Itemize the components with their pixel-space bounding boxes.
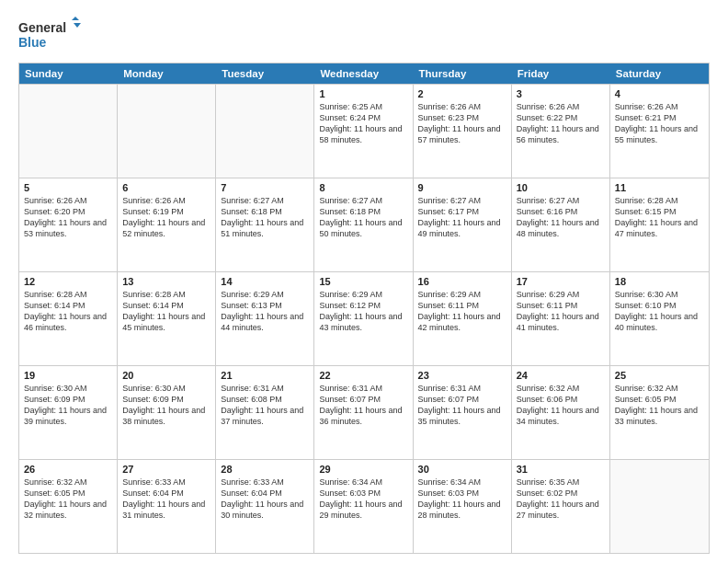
day-number: 15: [319, 276, 407, 287]
cell-info: Sunrise: 6:30 AMSunset: 6:10 PMDaylight:…: [615, 290, 698, 332]
cell-info: Sunrise: 6:27 AMSunset: 6:16 PMDaylight:…: [517, 196, 599, 238]
calendar-cell: [610, 460, 709, 553]
cell-info: Sunrise: 6:29 AMSunset: 6:11 PMDaylight:…: [418, 290, 501, 332]
day-number: 25: [615, 370, 704, 381]
header-day-wednesday: Wednesday: [314, 63, 413, 84]
cell-info: Sunrise: 6:29 AMSunset: 6:12 PMDaylight:…: [319, 290, 402, 332]
calendar-cell: 5Sunrise: 6:26 AMSunset: 6:20 PMDaylight…: [19, 178, 118, 271]
calendar-cell: 1Sunrise: 6:25 AMSunset: 6:24 PMDaylight…: [314, 85, 413, 178]
calendar-row-3: 12Sunrise: 6:28 AMSunset: 6:14 PMDayligh…: [19, 271, 709, 365]
calendar-cell: [19, 85, 118, 178]
cell-info: Sunrise: 6:34 AMSunset: 6:03 PMDaylight:…: [319, 477, 402, 520]
calendar-header: SundayMondayTuesdayWednesdayThursdayFrid…: [19, 63, 709, 84]
calendar-cell: 30Sunrise: 6:34 AMSunset: 6:03 PMDayligh…: [414, 460, 512, 553]
day-number: 12: [24, 276, 112, 287]
calendar-cell: [118, 85, 216, 178]
cell-info: Sunrise: 6:30 AMSunset: 6:09 PMDaylight:…: [24, 384, 107, 426]
day-number: 22: [319, 370, 407, 381]
day-number: 4: [615, 88, 704, 99]
calendar-cell: 13Sunrise: 6:28 AMSunset: 6:14 PMDayligh…: [118, 272, 216, 365]
day-number: 10: [517, 182, 605, 193]
cell-info: Sunrise: 6:28 AMSunset: 6:15 PMDaylight:…: [615, 196, 698, 238]
day-number: 17: [517, 276, 605, 287]
header-day-tuesday: Tuesday: [216, 63, 314, 84]
cell-info: Sunrise: 6:26 AMSunset: 6:23 PMDaylight:…: [418, 102, 501, 144]
day-number: 23: [418, 370, 506, 381]
cell-info: Sunrise: 6:29 AMSunset: 6:11 PMDaylight:…: [517, 290, 599, 332]
calendar-cell: 3Sunrise: 6:26 AMSunset: 6:22 PMDaylight…: [512, 85, 610, 178]
calendar-cell: 29Sunrise: 6:34 AMSunset: 6:03 PMDayligh…: [314, 460, 413, 553]
calendar-row-2: 5Sunrise: 6:26 AMSunset: 6:20 PMDaylight…: [19, 178, 709, 271]
day-number: 18: [615, 276, 704, 287]
day-number: 11: [615, 182, 704, 193]
cell-info: Sunrise: 6:26 AMSunset: 6:22 PMDaylight:…: [517, 102, 599, 144]
cell-info: Sunrise: 6:27 AMSunset: 6:18 PMDaylight:…: [319, 196, 402, 238]
header-day-sunday: Sunday: [19, 63, 118, 84]
header-day-saturday: Saturday: [610, 63, 709, 84]
day-number: 1: [319, 88, 407, 99]
calendar-row-4: 19Sunrise: 6:30 AMSunset: 6:09 PMDayligh…: [19, 365, 709, 459]
cell-info: Sunrise: 6:27 AMSunset: 6:18 PMDaylight:…: [221, 196, 303, 238]
cell-info: Sunrise: 6:27 AMSunset: 6:17 PMDaylight:…: [418, 196, 501, 238]
cell-info: Sunrise: 6:32 AMSunset: 6:05 PMDaylight:…: [24, 477, 107, 520]
calendar-cell: 6Sunrise: 6:26 AMSunset: 6:19 PMDaylight…: [118, 178, 216, 271]
cell-info: Sunrise: 6:26 AMSunset: 6:19 PMDaylight:…: [122, 196, 205, 238]
day-number: 28: [221, 464, 309, 475]
calendar-cell: 11Sunrise: 6:28 AMSunset: 6:15 PMDayligh…: [610, 178, 709, 271]
day-number: 26: [24, 464, 112, 475]
calendar-body: 1Sunrise: 6:25 AMSunset: 6:24 PMDaylight…: [19, 84, 709, 553]
calendar-cell: 16Sunrise: 6:29 AMSunset: 6:11 PMDayligh…: [414, 272, 512, 365]
day-number: 9: [418, 182, 506, 193]
calendar: SundayMondayTuesdayWednesdayThursdayFrid…: [18, 63, 710, 554]
day-number: 7: [221, 182, 309, 193]
cell-info: Sunrise: 6:31 AMSunset: 6:07 PMDaylight:…: [418, 384, 501, 426]
cell-info: Sunrise: 6:30 AMSunset: 6:09 PMDaylight:…: [122, 384, 205, 426]
cell-info: Sunrise: 6:26 AMSunset: 6:21 PMDaylight:…: [615, 102, 698, 144]
calendar-cell: 4Sunrise: 6:26 AMSunset: 6:21 PMDaylight…: [610, 85, 709, 178]
logo: General Blue: [18, 17, 83, 53]
day-number: 20: [122, 370, 210, 381]
day-number: 30: [418, 464, 506, 475]
day-number: 27: [122, 464, 210, 475]
cell-info: Sunrise: 6:28 AMSunset: 6:14 PMDaylight:…: [24, 290, 107, 332]
calendar-cell: 22Sunrise: 6:31 AMSunset: 6:07 PMDayligh…: [314, 366, 413, 459]
calendar-cell: 15Sunrise: 6:29 AMSunset: 6:12 PMDayligh…: [314, 272, 413, 365]
calendar-cell: 31Sunrise: 6:35 AMSunset: 6:02 PMDayligh…: [512, 460, 610, 553]
svg-text:Blue: Blue: [18, 35, 47, 50]
calendar-cell: 19Sunrise: 6:30 AMSunset: 6:09 PMDayligh…: [19, 366, 118, 459]
day-number: 19: [24, 370, 112, 381]
day-number: 14: [221, 276, 309, 287]
cell-info: Sunrise: 6:35 AMSunset: 6:02 PMDaylight:…: [517, 477, 599, 520]
header-day-monday: Monday: [118, 63, 216, 84]
calendar-cell: 27Sunrise: 6:33 AMSunset: 6:04 PMDayligh…: [118, 460, 216, 553]
day-number: 13: [122, 276, 210, 287]
cell-info: Sunrise: 6:34 AMSunset: 6:03 PMDaylight:…: [418, 477, 501, 520]
calendar-cell: 23Sunrise: 6:31 AMSunset: 6:07 PMDayligh…: [414, 366, 512, 459]
calendar-cell: 10Sunrise: 6:27 AMSunset: 6:16 PMDayligh…: [512, 178, 610, 271]
calendar-row-1: 1Sunrise: 6:25 AMSunset: 6:24 PMDaylight…: [19, 84, 709, 178]
cell-info: Sunrise: 6:32 AMSunset: 6:05 PMDaylight:…: [615, 384, 698, 426]
cell-info: Sunrise: 6:28 AMSunset: 6:14 PMDaylight:…: [122, 290, 205, 332]
header-day-thursday: Thursday: [414, 63, 512, 84]
cell-info: Sunrise: 6:29 AMSunset: 6:13 PMDaylight:…: [221, 290, 303, 332]
calendar-cell: 26Sunrise: 6:32 AMSunset: 6:05 PMDayligh…: [19, 460, 118, 553]
cell-info: Sunrise: 6:31 AMSunset: 6:08 PMDaylight:…: [221, 384, 303, 426]
cell-info: Sunrise: 6:33 AMSunset: 6:04 PMDaylight:…: [122, 477, 205, 520]
calendar-cell: [216, 85, 314, 178]
calendar-cell: 18Sunrise: 6:30 AMSunset: 6:10 PMDayligh…: [610, 272, 709, 365]
header: General Blue: [18, 17, 710, 53]
calendar-cell: 24Sunrise: 6:32 AMSunset: 6:06 PMDayligh…: [512, 366, 610, 459]
day-number: 24: [517, 370, 605, 381]
logo-svg: General Blue: [18, 17, 83, 53]
day-number: 31: [517, 464, 605, 475]
calendar-cell: 28Sunrise: 6:33 AMSunset: 6:04 PMDayligh…: [216, 460, 314, 553]
calendar-cell: 14Sunrise: 6:29 AMSunset: 6:13 PMDayligh…: [216, 272, 314, 365]
cell-info: Sunrise: 6:33 AMSunset: 6:04 PMDaylight:…: [221, 477, 303, 520]
calendar-cell: 25Sunrise: 6:32 AMSunset: 6:05 PMDayligh…: [610, 366, 709, 459]
day-number: 2: [418, 88, 506, 99]
calendar-cell: 20Sunrise: 6:30 AMSunset: 6:09 PMDayligh…: [118, 366, 216, 459]
cell-info: Sunrise: 6:32 AMSunset: 6:06 PMDaylight:…: [517, 384, 599, 426]
day-number: 16: [418, 276, 506, 287]
svg-text:General: General: [18, 20, 66, 35]
calendar-cell: 2Sunrise: 6:26 AMSunset: 6:23 PMDaylight…: [414, 85, 512, 178]
